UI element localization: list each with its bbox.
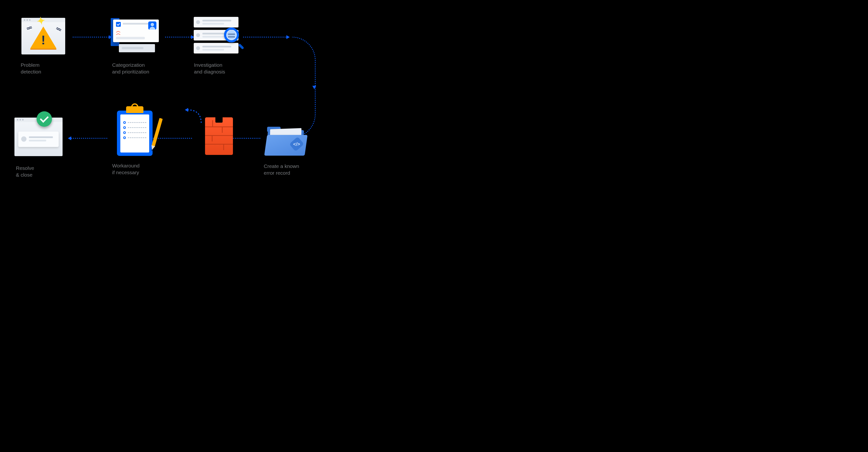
step-resolve-close: Resolve & close <box>14 113 63 178</box>
cards-icon: ︿︿ <box>111 18 159 54</box>
step-categorization: ︿︿ Categorization and prioritization <box>111 15 159 76</box>
step-label: Resolve & close <box>16 165 34 178</box>
clipboard-pencil-icon <box>117 111 153 156</box>
flow-arrow <box>165 37 191 37</box>
flow-arrow <box>156 138 192 139</box>
step-label: Investigation and diagnosis <box>194 62 225 76</box>
brick-wall-icon <box>205 117 233 155</box>
flow-arrow <box>243 37 286 37</box>
step-label: Create a known error record <box>264 163 299 177</box>
step-error-record: </> Create a known error record <box>262 116 310 177</box>
magnifier-list-icon <box>194 17 240 55</box>
step-label: Problem detection <box>21 62 41 76</box>
code-folder-icon: </> <box>262 116 310 159</box>
flow-arrow <box>71 138 107 139</box>
step-problem-detection: ✦ ≈≈ ≈≈ Problem detection <box>19 15 67 76</box>
flow-hop <box>187 109 202 123</box>
flow-arrow <box>73 37 109 37</box>
checkmark-window-icon <box>14 118 63 156</box>
step-workaround: Workaround if necessary <box>111 108 159 176</box>
step-investigation: Investigation and diagnosis <box>192 15 241 76</box>
check-icon <box>37 111 52 127</box>
step-label: Categorization and prioritization <box>112 62 149 76</box>
step-wall-obstacle <box>195 116 243 157</box>
warning-window-icon: ✦ ≈≈ ≈≈ <box>22 18 65 54</box>
step-label: Workaround if necessary <box>112 162 140 176</box>
